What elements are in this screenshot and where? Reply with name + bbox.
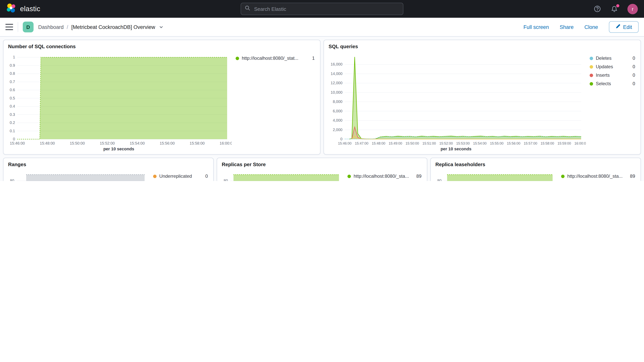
series-color-dot	[153, 174, 156, 178]
legend-item[interactable]: http://localhost:8080/_sta... 89	[348, 174, 422, 179]
panel-title: Number of SQL connections	[8, 44, 316, 49]
dashboard-toolbar: D Dashboard / [Metricbeat CockroachDB] O…	[0, 18, 644, 36]
legend-value: 0	[202, 174, 208, 179]
svg-text:1: 1	[13, 55, 15, 59]
svg-text:15:58:00: 15:58:00	[541, 142, 554, 145]
svg-text:0: 0	[340, 137, 342, 141]
series-color-dot	[590, 82, 593, 86]
page-title: [Metricbeat CockroachDB] Overview	[71, 24, 155, 30]
area-chart[interactable]: 00.10.20.30.40.50.60.70.80.9115:46:0015:…	[6, 50, 232, 146]
series-color-dot	[561, 174, 564, 178]
edit-button[interactable]: Edit	[609, 21, 638, 33]
svg-text:4,000: 4,000	[333, 118, 342, 122]
chart-legend: http://localhost:8080/_sta... 89	[557, 168, 638, 181]
svg-text:15:57:00: 15:57:00	[524, 142, 537, 145]
area-chart[interactable]: 0102030405060708015:46:0015:49:0015:52:0…	[220, 168, 344, 181]
area-chart[interactable]: 0102030405060708015:46:0015:49:0015:52:0…	[433, 168, 557, 181]
svg-text:80: 80	[224, 178, 228, 181]
svg-text:0: 0	[13, 137, 15, 141]
dashboard-grid: Number of SQL connections 00.10.20.30.40…	[0, 36, 644, 181]
legend-item[interactable]: Updates 0	[590, 64, 635, 70]
panel-title: SQL queries	[328, 44, 636, 49]
space-switcher[interactable]: D	[23, 22, 34, 32]
series-color-dot	[236, 56, 239, 60]
legend-label: Deletes	[596, 56, 627, 61]
svg-text:15:56:00: 15:56:00	[160, 141, 175, 145]
legend-label: Underreplicated	[159, 174, 200, 179]
kibana-app: elastic	[0, 0, 644, 181]
legend-label: Selects	[596, 81, 627, 86]
legend-item[interactable]: http://localhost:8080/_stat... 1	[236, 56, 315, 61]
full-screen-button[interactable]: Full screen	[524, 24, 549, 30]
series-color-dot	[590, 56, 593, 60]
clone-button[interactable]: Clone	[584, 24, 598, 30]
area-chart[interactable]: 02,0004,0006,0008,00010,00012,00014,0001…	[326, 50, 586, 146]
help-icon[interactable]	[594, 5, 601, 13]
svg-text:0.3: 0.3	[10, 112, 15, 116]
legend-value: 89	[627, 174, 635, 179]
legend-value: 0	[630, 64, 635, 70]
svg-text:80: 80	[10, 178, 14, 181]
breadcrumb-dashboard-link[interactable]: Dashboard	[38, 24, 64, 30]
svg-text:0.5: 0.5	[10, 96, 15, 100]
svg-text:0.1: 0.1	[10, 129, 15, 133]
global-search[interactable]	[241, 3, 403, 15]
panel-ranges: Ranges 0102030405060708015:46:0015:48:00…	[3, 158, 214, 181]
svg-text:16:00:00: 16:00:00	[220, 141, 232, 145]
svg-text:15:50:00: 15:50:00	[70, 141, 85, 145]
search-icon	[245, 6, 250, 12]
area-chart[interactable]: 0102030405060708015:46:0015:48:0015:50:0…	[6, 168, 149, 181]
svg-text:6,000: 6,000	[333, 109, 342, 113]
svg-text:10,000: 10,000	[331, 90, 342, 94]
chart-legend: Underreplicated 0 Overreplicated 0 Unava…	[149, 168, 211, 181]
legend-value: 0	[630, 81, 635, 86]
legend-label: Updates	[596, 64, 627, 70]
brand-wordmark: elastic	[20, 5, 40, 13]
legend-label: http://localhost:8080/_stat...	[242, 56, 306, 61]
legend-item[interactable]: http://localhost:8080/_sta... 89	[561, 174, 635, 179]
svg-text:16,000: 16,000	[331, 62, 342, 66]
notifications-icon[interactable]	[610, 5, 618, 13]
svg-text:0.6: 0.6	[10, 88, 15, 92]
legend-item[interactable]: Selects 0	[590, 81, 635, 86]
legend-item[interactable]: Underreplicated 0	[153, 174, 208, 179]
chevron-down-icon[interactable]	[159, 25, 164, 29]
legend-value: 0	[630, 72, 635, 78]
top-header: elastic	[0, 0, 644, 18]
svg-text:15:52:00: 15:52:00	[439, 142, 453, 145]
svg-text:15:54:00: 15:54:00	[473, 142, 486, 145]
series-color-dot	[348, 174, 351, 178]
panel-replica-leaseholders: Replica leaseholders 0102030405060708015…	[430, 158, 641, 181]
svg-text:15:48:00: 15:48:00	[372, 142, 385, 145]
svg-text:15:50:00: 15:50:00	[406, 142, 419, 145]
svg-text:8,000: 8,000	[333, 100, 342, 104]
svg-text:15:59:00: 15:59:00	[558, 142, 571, 145]
user-avatar[interactable]: r	[628, 4, 638, 14]
svg-text:16:00:00: 16:00:00	[574, 142, 586, 145]
panel-title: Replicas per Store	[222, 162, 422, 167]
svg-text:15:51:00: 15:51:00	[422, 142, 436, 145]
search-input[interactable]	[253, 6, 399, 12]
panel-replicas-per-store: Replicas per Store 0102030405060708015:4…	[217, 158, 427, 181]
svg-text:15:55:00: 15:55:00	[490, 142, 504, 145]
legend-item[interactable]: Deletes 0	[590, 56, 635, 61]
svg-text:15:53:00: 15:53:00	[456, 142, 470, 145]
legend-value: 0	[630, 56, 635, 61]
legend-item[interactable]: Inserts 0	[590, 72, 635, 78]
svg-text:15:54:00: 15:54:00	[130, 141, 145, 145]
chart-legend: Deletes 0 Updates 0 Inserts 0	[586, 50, 638, 152]
svg-text:15:48:00: 15:48:00	[40, 141, 55, 145]
elastic-home-link[interactable]: elastic	[6, 3, 40, 15]
share-button[interactable]: Share	[560, 24, 574, 30]
divider	[18, 22, 18, 32]
x-axis-title: per 10 seconds	[326, 146, 586, 152]
elastic-logo-icon	[6, 3, 16, 15]
chart-legend: http://localhost:8080/_sta... 89	[344, 168, 424, 181]
svg-text:80: 80	[437, 178, 442, 181]
svg-text:0.7: 0.7	[10, 80, 15, 84]
menu-icon[interactable]	[6, 24, 13, 30]
svg-text:15:46:00: 15:46:00	[10, 141, 25, 145]
svg-text:2,000: 2,000	[333, 128, 342, 132]
svg-text:15:46:00: 15:46:00	[338, 142, 352, 145]
legend-value: 1	[309, 56, 315, 61]
